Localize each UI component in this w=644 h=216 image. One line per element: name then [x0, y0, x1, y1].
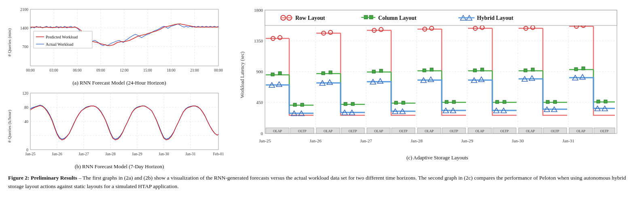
svg-text:OLAP: OLAP	[324, 129, 333, 133]
svg-text:900: 900	[256, 69, 263, 74]
svg-rect-135	[430, 68, 433, 71]
svg-text:OLTP: OLTP	[600, 129, 609, 133]
svg-text:OLTP: OLTP	[551, 129, 559, 133]
svg-text:# Queries (k/hour): # Queries (k/hour)	[7, 110, 12, 143]
svg-text:OLAP: OLAP	[273, 129, 282, 133]
svg-rect-148	[445, 100, 448, 104]
figure-caption: Figure 2: Preliminary Results – The firs…	[8, 174, 636, 191]
svg-text:OLAP: OLAP	[475, 129, 484, 133]
svg-rect-152	[546, 100, 549, 104]
svg-text:Hybrid Layout: Hybrid Layout	[477, 15, 513, 21]
svg-text:700: 700	[22, 44, 28, 49]
svg-text:Jan-25: Jan-25	[25, 152, 36, 156]
svg-text:Jan-27: Jan-27	[78, 152, 89, 156]
svg-rect-130	[322, 72, 325, 75]
svg-text:21:00: 21:00	[190, 68, 199, 72]
main-container: 2100 1400 700 # Queries (min) 00:00 03:0…	[6, 4, 638, 172]
chart-a-caption: (a) RNN Forecast Model (24-Hour Horizon)	[6, 80, 233, 86]
svg-text:2100: 2100	[20, 7, 28, 12]
svg-text:80: 80	[24, 105, 28, 110]
svg-text:00:00: 00:00	[26, 68, 35, 72]
svg-rect-151	[503, 100, 506, 104]
svg-text:OLAP: OLAP	[374, 129, 383, 133]
svg-text:# Queries (min): # Queries (min)	[7, 28, 12, 57]
svg-rect-144	[344, 102, 347, 106]
svg-text:12:00: 12:00	[120, 68, 129, 72]
svg-rect-155	[604, 100, 607, 103]
svg-rect-150	[496, 100, 499, 104]
svg-text:03:00: 03:00	[49, 68, 58, 72]
svg-text:OLTP: OLTP	[500, 129, 509, 133]
svg-text:OLAP: OLAP	[526, 129, 535, 133]
chart-c-container: 1800 1350 900 450 0 Workload Latency (se…	[237, 4, 638, 154]
svg-text:Jan-28: Jan-28	[105, 152, 116, 156]
chart-b-svg: 120 80 40 0 # Queries (k/hour) Jan-25 Ja…	[6, 90, 225, 161]
svg-rect-139	[531, 68, 534, 71]
svg-rect-128	[271, 73, 274, 76]
svg-text:18:00: 18:00	[167, 68, 176, 72]
svg-rect-132	[372, 70, 375, 73]
svg-rect-142	[293, 103, 297, 106]
chart-a-svg: 2100 1400 700 # Queries (min) 00:00 03:0…	[6, 6, 225, 77]
left-panel: 2100 1400 700 # Queries (min) 00:00 03:0…	[6, 4, 233, 172]
chart-a-container: 2100 1400 700 # Queries (min) 00:00 03:0…	[6, 6, 225, 77]
svg-text:OLTP: OLTP	[399, 129, 408, 133]
svg-rect-136	[473, 69, 477, 72]
svg-rect-140	[574, 68, 578, 71]
svg-text:Workload Latency (sec): Workload Latency (sec)	[239, 52, 245, 98]
svg-text:06:00: 06:00	[73, 68, 82, 72]
svg-text:Jan-28: Jan-28	[411, 138, 423, 143]
svg-text:OLTP: OLTP	[450, 129, 458, 133]
svg-text:450: 450	[256, 100, 263, 105]
svg-rect-154	[597, 100, 600, 103]
svg-text:Jan-31: Jan-31	[185, 152, 196, 156]
svg-text:Feb-01: Feb-01	[213, 152, 224, 156]
svg-rect-147	[402, 101, 405, 104]
svg-text:Jan-26: Jan-26	[52, 152, 62, 156]
svg-text:OLTP: OLTP	[298, 129, 307, 133]
svg-rect-146	[394, 101, 398, 104]
svg-text:Jan-31: Jan-31	[562, 138, 574, 143]
svg-rect-129	[278, 72, 282, 75]
right-panel: 1800 1350 900 450 0 Workload Latency (se…	[237, 4, 638, 161]
chart-c-svg: 1800 1350 900 450 0 Workload Latency (se…	[237, 4, 625, 158]
svg-text:00:00: 00:00	[214, 68, 223, 72]
svg-rect-131	[329, 71, 332, 74]
svg-rect-137	[481, 68, 484, 71]
svg-text:Predicted Workload: Predicted Workload	[46, 35, 78, 39]
svg-text:Jan-30: Jan-30	[512, 138, 524, 143]
svg-text:Jan-27: Jan-27	[360, 138, 372, 143]
chart-b-container: 120 80 40 0 # Queries (k/hour) Jan-25 Ja…	[6, 90, 225, 161]
svg-text:Column Layout: Column Layout	[378, 15, 417, 21]
svg-text:1350: 1350	[254, 38, 263, 43]
svg-text:Row Layout: Row Layout	[295, 15, 325, 21]
svg-rect-149	[452, 100, 455, 104]
svg-text:Jan-29: Jan-29	[461, 138, 473, 143]
svg-text:Jan-30: Jan-30	[159, 152, 169, 156]
svg-text:120: 120	[22, 91, 28, 95]
svg-rect-134	[423, 69, 426, 72]
svg-text:Jan-25: Jan-25	[259, 138, 271, 143]
svg-text:1400: 1400	[20, 26, 28, 30]
svg-text:Jan-26: Jan-26	[309, 138, 322, 143]
chart-b-caption: (b) RNN Forecast Model (7-Day Horizon)	[6, 163, 233, 170]
svg-text:40: 40	[24, 119, 28, 124]
svg-text:Jan-29: Jan-29	[132, 152, 142, 156]
svg-text:OLAP: OLAP	[425, 129, 434, 133]
svg-text:OLAP: OLAP	[576, 129, 585, 133]
svg-text:15:00: 15:00	[143, 68, 152, 72]
svg-rect-145	[351, 102, 354, 106]
svg-text:1800: 1800	[254, 8, 263, 13]
svg-text:OLTP: OLTP	[349, 129, 357, 133]
svg-text:09:00: 09:00	[96, 68, 105, 72]
svg-text:0: 0	[26, 148, 28, 152]
svg-text:Actual Workload: Actual Workload	[46, 42, 73, 47]
svg-rect-141	[582, 67, 585, 70]
svg-rect-153	[553, 100, 557, 104]
svg-text:0: 0	[261, 131, 263, 136]
svg-rect-133	[379, 69, 383, 72]
svg-rect-138	[524, 69, 527, 72]
svg-rect-143	[301, 103, 304, 106]
